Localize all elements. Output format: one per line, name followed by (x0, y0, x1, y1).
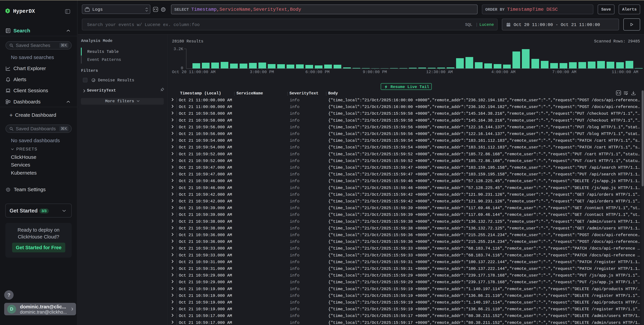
svg-text:4:00:00 AM: 4:00:00 AM (491, 70, 516, 74)
svg-text:3.2K: 3.2K (174, 47, 183, 51)
svg-text:12:30:00 AM: 12:30:00 AM (426, 70, 453, 74)
svg-text:3:00:00 PM: 3:00:00 PM (250, 70, 274, 74)
svg-text:7:00:00 AM: 7:00:00 AM (552, 70, 576, 74)
svg-text:9:00:00 PM: 9:00:00 PM (363, 70, 387, 74)
svg-text:6:00:00 PM: 6:00:00 PM (306, 70, 330, 74)
svg-text:11:00:00 AM: 11:00:00 AM (612, 70, 638, 74)
svg-text:Oct 20 11:00:00 AM: Oct 20 11:00:00 AM (172, 70, 216, 74)
